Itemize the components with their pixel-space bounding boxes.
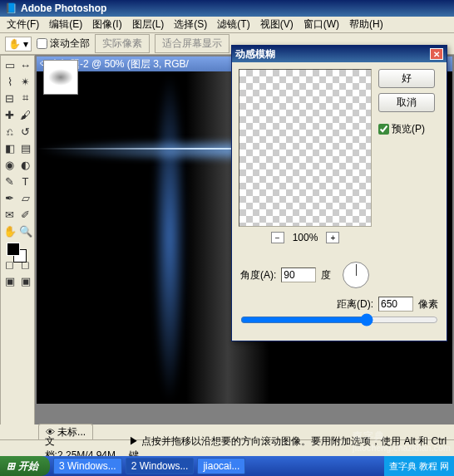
tool-crop[interactable]: ⊟ [2, 90, 17, 106]
zoom-in-button[interactable]: + [326, 232, 339, 243]
brush-preset-thumb[interactable] [43, 60, 78, 95]
menu-layer[interactable]: 图层(L) [127, 16, 170, 33]
tool-pen[interactable]: ✒ [2, 189, 17, 206]
taskbar-task-1[interactable]: 3 Windows... [53, 458, 122, 474]
actual-pixels-button[interactable]: 实际像素 [95, 34, 150, 53]
menu-view[interactable]: 视图(V) [255, 16, 299, 33]
tool-lasso[interactable]: ⌇ [2, 73, 17, 90]
hand-tool-icon[interactable]: ✋ ▾ [5, 37, 32, 52]
tool-shape[interactable]: ▱ [17, 189, 33, 206]
tool-eyedrop[interactable]: ✐ [17, 206, 33, 223]
blue-vertical-glow [153, 71, 186, 404]
angle-input[interactable] [281, 267, 316, 282]
tool-notes[interactable]: ✉ [2, 206, 17, 223]
tool-wand[interactable]: ✴ [17, 73, 33, 90]
scroll-all-input[interactable] [37, 38, 47, 49]
tool-slice[interactable]: ⌗ [17, 90, 33, 106]
status-bar: 文档:2.25M/4.94M ▶ 点按并拖移以沿想要的方向滚动图像。要用附加选项… [0, 439, 454, 456]
tool-heal[interactable]: ✚ [2, 106, 17, 123]
tool-zoom[interactable]: 🔍 [17, 223, 33, 239]
fit-screen-button[interactable]: 适合屏幕显示 [155, 34, 229, 53]
dialog-titlebar[interactable]: 动感模糊 ✕ [232, 46, 447, 62]
dialog-title: 动感模糊 [235, 47, 430, 61]
taskbar: ⊞ 开始 3 Windows... 2 Windows... jiaocai..… [0, 456, 454, 476]
toolbox: ▭ ↔ ⌇ ✴ ⊟ ⌗ ✚ 🖌 ⎌ ↺ ◧ ▤ ◉ ◐ ✎ T ✒ ▱ ✉ ✐ … [0, 55, 35, 437]
tool-gradient[interactable]: ▤ [17, 140, 33, 156]
start-button[interactable]: ⊞ 开始 [0, 456, 50, 476]
scroll-all-checkbox[interactable]: 滚动全部 [37, 37, 90, 51]
screenmode-standard[interactable]: ▣ [2, 272, 17, 289]
zoom-out-button[interactable]: − [271, 232, 284, 243]
tool-eraser[interactable]: ◧ [2, 140, 17, 156]
menu-bar: 文件(F) 编辑(E) 图像(I) 图层(L) 选择(S) 滤镜(T) 视图(V… [0, 17, 454, 33]
tool-move[interactable]: ↔ [17, 56, 33, 73]
tool-history[interactable]: ↺ [17, 123, 33, 140]
scroll-all-label: 滚动全部 [50, 37, 90, 51]
menu-edit[interactable]: 编辑(E) [44, 16, 87, 33]
tool-type[interactable]: T [17, 173, 33, 189]
dialog-close-button[interactable]: ✕ [430, 48, 443, 60]
menu-select[interactable]: 选择(S) [169, 16, 212, 33]
distance-unit: 像素 [418, 297, 438, 312]
menu-help[interactable]: 帮助(H) [344, 16, 388, 33]
angle-dial[interactable] [343, 262, 369, 288]
angle-unit: 度 [321, 268, 331, 282]
distance-input[interactable] [378, 297, 413, 312]
menu-file[interactable]: 文件(F) [2, 16, 44, 33]
app-title: Adobe Photoshop [21, 2, 106, 14]
menu-filter[interactable]: 滤镜(T) [212, 16, 254, 33]
color-swatch[interactable] [2, 239, 33, 269]
angle-label: 角度(A): [240, 268, 276, 282]
distance-slider[interactable] [240, 313, 438, 326]
taskbar-task-2[interactable]: 2 Windows... [126, 458, 195, 474]
tool-brush[interactable]: 🖌 [17, 106, 33, 123]
zoom-value: 100% [293, 232, 318, 243]
feather-icon [48, 69, 73, 86]
preview-panel: − 100% + [239, 69, 372, 243]
tool-path[interactable]: ✎ [2, 173, 17, 189]
preview-checkbox-label: 预览(P) [392, 122, 425, 136]
distance-label: 距离(D): [337, 297, 373, 312]
dialog-params: 角度(A): 度 距离(D): 像素 [232, 250, 447, 341]
app-titlebar: 📘 Adobe Photoshop [0, 0, 454, 17]
preview-checkbox[interactable]: 预览(P) [378, 122, 435, 136]
tool-marquee[interactable]: ▭ [2, 56, 17, 73]
menu-image[interactable]: 图像(I) [87, 16, 126, 33]
start-label: 开始 [18, 459, 38, 474]
motion-blur-dialog: 动感模糊 ✕ − 100% + 好 取消 预览(P) 角度(A): 度 [231, 45, 447, 341]
cancel-button[interactable]: 取消 [378, 93, 435, 112]
tool-hand[interactable]: ✋ [2, 223, 17, 239]
tool-stamp[interactable]: ⎌ [2, 123, 17, 140]
preview-image[interactable] [239, 69, 372, 227]
dialog-buttons: 好 取消 预览(P) [378, 69, 435, 243]
taskbar-task-3[interactable]: jiaocai... [197, 458, 245, 474]
system-tray[interactable]: 查字典 教程 网 [384, 456, 454, 476]
app-icon: 📘 [5, 2, 17, 14]
preview-checkbox-input[interactable] [378, 124, 389, 135]
foreground-color[interactable] [7, 243, 20, 256]
tool-dodge[interactable]: ◐ [17, 156, 33, 173]
windows-logo-icon: ⊞ [7, 460, 15, 472]
menu-window[interactable]: 窗口(W) [299, 16, 344, 33]
ok-button[interactable]: 好 [378, 69, 435, 88]
screenmode-full[interactable]: ▣ [17, 272, 33, 289]
tool-blur[interactable]: ◉ [2, 156, 17, 173]
